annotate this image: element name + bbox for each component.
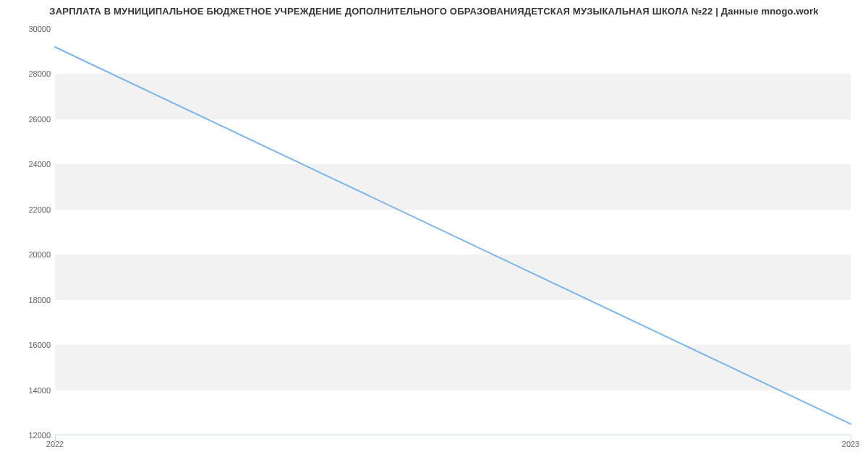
y-tick-label: 20000 [7, 250, 51, 259]
x-tick-mark [55, 435, 56, 441]
y-tick-label: 12000 [7, 431, 51, 440]
series-line [55, 47, 851, 424]
chart-title: ЗАРПЛАТА В МУНИЦИПАЛЬНОЕ БЮДЖЕТНОЕ УЧРЕЖ… [0, 6, 868, 17]
plot-area [55, 29, 851, 435]
y-tick-label: 22000 [7, 205, 51, 214]
y-tick-label: 24000 [7, 160, 51, 168]
y-tick-label: 14000 [7, 386, 51, 395]
y-tick-label: 18000 [7, 296, 51, 304]
y-tick-label: 16000 [7, 341, 51, 349]
x-axis-line [55, 435, 851, 435]
y-tick-label: 26000 [7, 115, 51, 124]
chart-line-layer [55, 29, 851, 435]
y-tick-label: 28000 [7, 69, 51, 78]
chart-container: ЗАРПЛАТА В МУНИЦИПАЛЬНОЕ БЮДЖЕТНОЕ УЧРЕЖ… [0, 0, 868, 470]
y-tick-label: 30000 [7, 25, 51, 33]
x-tick-mark [851, 435, 851, 441]
